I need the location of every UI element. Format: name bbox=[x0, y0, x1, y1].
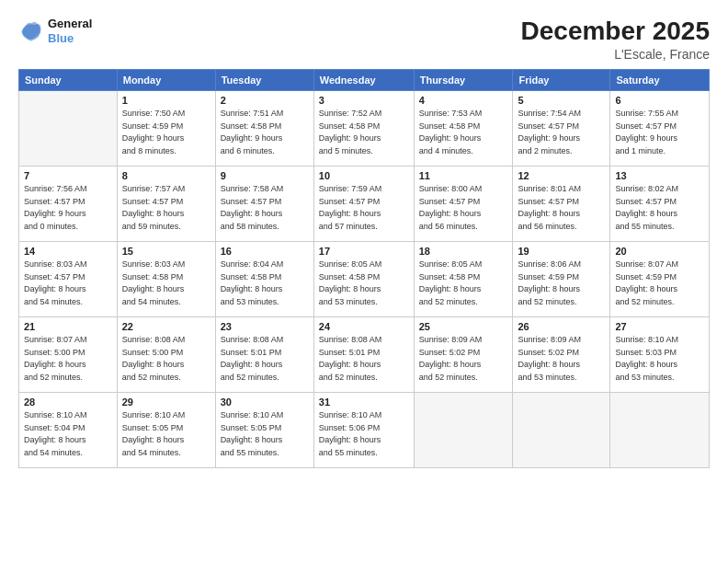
day-info: Sunrise: 7:59 AM Sunset: 4:57 PM Dayligh… bbox=[319, 183, 409, 233]
day-number: 9 bbox=[221, 170, 309, 181]
weekday-header-monday: Monday bbox=[117, 70, 215, 91]
day-number: 11 bbox=[419, 170, 508, 181]
day-info: Sunrise: 7:52 AM Sunset: 4:58 PM Dayligh… bbox=[319, 108, 409, 157]
calendar-cell: 5Sunrise: 7:54 AM Sunset: 4:57 PM Daylig… bbox=[513, 91, 610, 167]
day-info: Sunrise: 8:08 AM Sunset: 5:01 PM Dayligh… bbox=[221, 334, 309, 384]
calendar-cell: 2Sunrise: 7:51 AM Sunset: 4:58 PM Daylig… bbox=[215, 91, 313, 167]
day-info: Sunrise: 8:08 AM Sunset: 5:00 PM Dayligh… bbox=[122, 334, 210, 384]
calendar-cell: 24Sunrise: 8:08 AM Sunset: 5:01 PM Dayli… bbox=[313, 317, 414, 393]
day-number: 15 bbox=[122, 246, 210, 257]
day-info: Sunrise: 7:54 AM Sunset: 4:57 PM Dayligh… bbox=[518, 108, 605, 157]
day-info: Sunrise: 8:10 AM Sunset: 5:05 PM Dayligh… bbox=[221, 409, 309, 459]
day-number: 16 bbox=[221, 246, 309, 257]
logo-line1: General bbox=[48, 17, 92, 31]
calendar-table: SundayMondayTuesdayWednesdayThursdayFrid… bbox=[18, 69, 710, 468]
weekday-header-tuesday: Tuesday bbox=[215, 70, 313, 91]
day-number: 19 bbox=[518, 246, 605, 257]
day-number: 5 bbox=[518, 95, 605, 106]
calendar-header: SundayMondayTuesdayWednesdayThursdayFrid… bbox=[19, 70, 710, 91]
day-number: 10 bbox=[319, 170, 409, 181]
calendar-cell bbox=[414, 393, 513, 468]
calendar-body: 1Sunrise: 7:50 AM Sunset: 4:59 PM Daylig… bbox=[19, 91, 710, 468]
day-number: 18 bbox=[419, 246, 508, 257]
calendar-cell: 6Sunrise: 7:55 AM Sunset: 4:57 PM Daylig… bbox=[610, 91, 710, 167]
calendar-cell: 31Sunrise: 8:10 AM Sunset: 5:06 PM Dayli… bbox=[313, 393, 414, 468]
day-number: 26 bbox=[518, 321, 605, 332]
calendar-cell: 14Sunrise: 8:03 AM Sunset: 4:57 PM Dayli… bbox=[19, 242, 118, 317]
day-number: 20 bbox=[615, 246, 704, 257]
day-number: 27 bbox=[615, 321, 704, 332]
day-info: Sunrise: 8:08 AM Sunset: 5:01 PM Dayligh… bbox=[319, 334, 409, 384]
day-info: Sunrise: 8:06 AM Sunset: 4:59 PM Dayligh… bbox=[518, 259, 605, 308]
day-number: 30 bbox=[221, 396, 309, 408]
calendar-cell: 29Sunrise: 8:10 AM Sunset: 5:05 PM Dayli… bbox=[117, 393, 215, 468]
week-row-1: 7Sunrise: 7:56 AM Sunset: 4:57 PM Daylig… bbox=[19, 167, 710, 242]
day-number: 22 bbox=[122, 321, 210, 332]
week-row-4: 28Sunrise: 8:10 AM Sunset: 5:04 PM Dayli… bbox=[19, 393, 710, 468]
calendar-cell bbox=[19, 91, 118, 167]
day-info: Sunrise: 7:57 AM Sunset: 4:57 PM Dayligh… bbox=[122, 183, 210, 233]
week-row-0: 1Sunrise: 7:50 AM Sunset: 4:59 PM Daylig… bbox=[19, 91, 710, 167]
calendar-cell: 7Sunrise: 7:56 AM Sunset: 4:57 PM Daylig… bbox=[19, 167, 118, 242]
day-info: Sunrise: 8:04 AM Sunset: 4:58 PM Dayligh… bbox=[221, 259, 309, 308]
calendar-cell: 17Sunrise: 8:05 AM Sunset: 4:58 PM Dayli… bbox=[313, 242, 414, 317]
logo: General Blue bbox=[18, 17, 92, 45]
day-info: Sunrise: 8:07 AM Sunset: 5:00 PM Dayligh… bbox=[24, 334, 112, 384]
calendar-cell: 16Sunrise: 8:04 AM Sunset: 4:58 PM Dayli… bbox=[215, 242, 313, 317]
day-number: 1 bbox=[122, 95, 210, 106]
calendar-cell: 20Sunrise: 8:07 AM Sunset: 4:59 PM Dayli… bbox=[610, 242, 710, 317]
header: General Blue December 2025 L'Escale, Fra… bbox=[18, 17, 710, 62]
calendar-cell: 13Sunrise: 8:02 AM Sunset: 4:57 PM Dayli… bbox=[610, 167, 710, 242]
day-number: 13 bbox=[615, 170, 704, 181]
day-number: 21 bbox=[24, 321, 112, 332]
day-info: Sunrise: 8:03 AM Sunset: 4:58 PM Dayligh… bbox=[122, 259, 210, 308]
day-info: Sunrise: 8:10 AM Sunset: 5:04 PM Dayligh… bbox=[24, 409, 112, 459]
weekday-header-thursday: Thursday bbox=[414, 70, 513, 91]
day-number: 4 bbox=[419, 95, 508, 106]
weekday-header-friday: Friday bbox=[513, 70, 610, 91]
day-number: 28 bbox=[24, 396, 112, 408]
weekday-header-row: SundayMondayTuesdayWednesdayThursdayFrid… bbox=[19, 70, 710, 91]
day-number: 31 bbox=[319, 396, 409, 408]
location-subtitle: L'Escale, France bbox=[521, 47, 710, 62]
day-info: Sunrise: 8:09 AM Sunset: 5:02 PM Dayligh… bbox=[518, 334, 605, 384]
day-number: 25 bbox=[419, 321, 508, 332]
calendar-cell: 15Sunrise: 8:03 AM Sunset: 4:58 PM Dayli… bbox=[117, 242, 215, 317]
day-number: 17 bbox=[319, 246, 409, 257]
day-info: Sunrise: 7:56 AM Sunset: 4:57 PM Dayligh… bbox=[24, 183, 112, 233]
calendar-cell: 22Sunrise: 8:08 AM Sunset: 5:00 PM Dayli… bbox=[117, 317, 215, 393]
day-number: 24 bbox=[319, 321, 409, 332]
day-info: Sunrise: 8:05 AM Sunset: 4:58 PM Dayligh… bbox=[419, 259, 508, 308]
weekday-header-sunday: Sunday bbox=[19, 70, 118, 91]
calendar-cell: 21Sunrise: 8:07 AM Sunset: 5:00 PM Dayli… bbox=[19, 317, 118, 393]
day-number: 23 bbox=[221, 321, 309, 332]
day-info: Sunrise: 8:03 AM Sunset: 4:57 PM Dayligh… bbox=[24, 259, 112, 308]
title-section: December 2025 L'Escale, France bbox=[521, 17, 710, 62]
day-info: Sunrise: 8:10 AM Sunset: 5:03 PM Dayligh… bbox=[615, 334, 704, 384]
day-number: 3 bbox=[319, 95, 409, 106]
week-row-3: 21Sunrise: 8:07 AM Sunset: 5:00 PM Dayli… bbox=[19, 317, 710, 393]
calendar-cell: 12Sunrise: 8:01 AM Sunset: 4:57 PM Dayli… bbox=[513, 167, 610, 242]
day-info: Sunrise: 8:05 AM Sunset: 4:58 PM Dayligh… bbox=[319, 259, 409, 308]
calendar-cell bbox=[610, 393, 710, 468]
month-title: December 2025 bbox=[521, 17, 710, 46]
day-number: 8 bbox=[122, 170, 210, 181]
day-info: Sunrise: 7:58 AM Sunset: 4:57 PM Dayligh… bbox=[221, 183, 309, 233]
calendar-cell: 28Sunrise: 8:10 AM Sunset: 5:04 PM Dayli… bbox=[19, 393, 118, 468]
calendar-page: General Blue December 2025 L'Escale, Fra… bbox=[0, 0, 728, 563]
day-number: 29 bbox=[122, 396, 210, 408]
calendar-cell: 3Sunrise: 7:52 AM Sunset: 4:58 PM Daylig… bbox=[313, 91, 414, 167]
day-info: Sunrise: 8:07 AM Sunset: 4:59 PM Dayligh… bbox=[615, 259, 704, 308]
calendar-cell: 9Sunrise: 7:58 AM Sunset: 4:57 PM Daylig… bbox=[215, 167, 313, 242]
day-number: 7 bbox=[24, 170, 112, 181]
day-number: 2 bbox=[221, 95, 309, 106]
calendar-cell: 4Sunrise: 7:53 AM Sunset: 4:58 PM Daylig… bbox=[414, 91, 513, 167]
day-info: Sunrise: 7:51 AM Sunset: 4:58 PM Dayligh… bbox=[221, 108, 309, 157]
day-number: 6 bbox=[615, 95, 704, 106]
week-row-2: 14Sunrise: 8:03 AM Sunset: 4:57 PM Dayli… bbox=[19, 242, 710, 317]
calendar-cell bbox=[513, 393, 610, 468]
day-info: Sunrise: 7:50 AM Sunset: 4:59 PM Dayligh… bbox=[122, 108, 210, 157]
calendar-cell: 27Sunrise: 8:10 AM Sunset: 5:03 PM Dayli… bbox=[610, 317, 710, 393]
calendar-cell: 19Sunrise: 8:06 AM Sunset: 4:59 PM Dayli… bbox=[513, 242, 610, 317]
logo-line2: Blue bbox=[48, 31, 92, 46]
